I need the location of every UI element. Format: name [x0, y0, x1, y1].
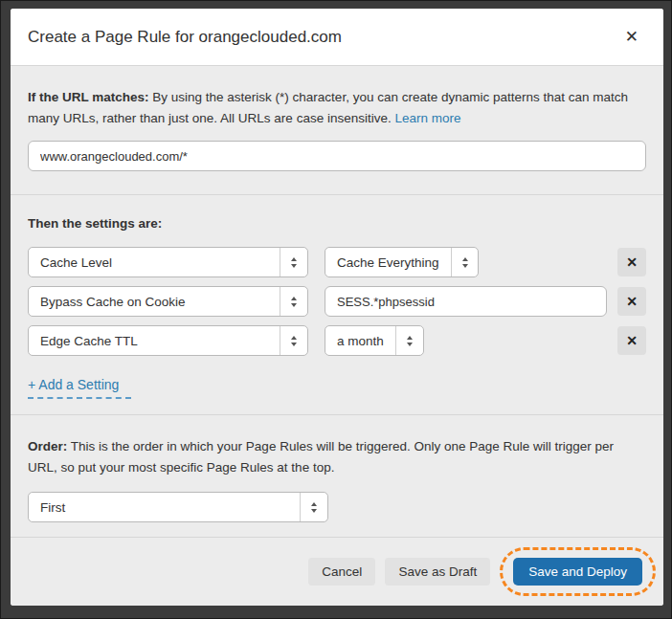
setting-value-select[interactable]: Cache Everything [325, 247, 479, 277]
setting-value-select[interactable]: a month [325, 325, 424, 356]
order-section: Order: This is the order in which your P… [11, 414, 663, 537]
add-setting-link[interactable]: + Add a Setting [28, 377, 119, 392]
select-stepper-icon [451, 248, 479, 276]
settings-heading: Then the settings are: [28, 216, 646, 231]
remove-setting-button[interactable]: ✕ [617, 326, 646, 355]
page-title: Create a Page Rule for orangeclouded.com [28, 28, 619, 47]
setting-value-input[interactable] [325, 286, 607, 317]
dialog-footer: Cancel Save as Draft Save and Deploy [11, 537, 663, 606]
add-setting-wrap: + Add a Setting [28, 376, 131, 399]
save-as-draft-button[interactable]: Save as Draft [385, 558, 490, 586]
settings-section: Then the settings are: Cache Level Cache… [11, 194, 663, 414]
setting-value: a month [325, 326, 395, 355]
cancel-button[interactable]: Cancel [308, 558, 375, 586]
setting-row: Cache Level Cache Everything ✕ [28, 247, 646, 277]
setting-type-value: Bypass Cache on Cookie [29, 287, 280, 316]
order-select[interactable]: First [28, 492, 328, 522]
close-icon[interactable]: ✕ [619, 25, 644, 49]
setting-type-value: Cache Level [29, 248, 280, 276]
setting-row: Bypass Cache on Cookie ✕ [28, 286, 646, 317]
dialog-header: Create a Page Rule for orangeclouded.com… [11, 9, 663, 66]
setting-row: Edge Cache TTL a month ✕ [28, 325, 646, 356]
url-pattern-input[interactable] [28, 141, 646, 171]
setting-type-select[interactable]: Edge Cache TTL [28, 325, 308, 356]
add-setting-annotation-underline [28, 397, 131, 399]
select-stepper-icon [280, 248, 307, 276]
order-description: Order: This is the order in which your P… [28, 436, 646, 478]
order-value: First [29, 493, 300, 521]
setting-type-select[interactable]: Cache Level [28, 247, 308, 277]
save-and-deploy-button[interactable]: Save and Deploy [513, 558, 642, 586]
url-match-label: If the URL matches: [28, 90, 149, 104]
url-match-section: If the URL matches: By using the asteris… [11, 66, 663, 194]
remove-setting-button[interactable]: ✕ [617, 287, 646, 316]
order-help-text: This is the order in which your Page Rul… [28, 439, 614, 475]
remove-setting-button[interactable]: ✕ [617, 248, 646, 276]
create-page-rule-dialog: Create a Page Rule for orangeclouded.com… [11, 9, 663, 606]
select-stepper-icon [280, 287, 307, 316]
select-stepper-icon [395, 326, 423, 355]
url-match-description: If the URL matches: By using the asteris… [28, 87, 646, 129]
setting-type-value: Edge Cache TTL [29, 326, 280, 355]
select-stepper-icon [300, 493, 327, 521]
setting-type-select[interactable]: Bypass Cache on Cookie [28, 286, 308, 317]
order-label: Order: [28, 439, 67, 453]
page-background: Create a Page Rule for orangeclouded.com… [0, 0, 672, 619]
learn-more-link[interactable]: Learn more [394, 111, 460, 125]
select-stepper-icon [280, 326, 307, 355]
setting-value: Cache Everything [325, 248, 451, 276]
annotation-highlight-oval: Save and Deploy [500, 547, 656, 596]
